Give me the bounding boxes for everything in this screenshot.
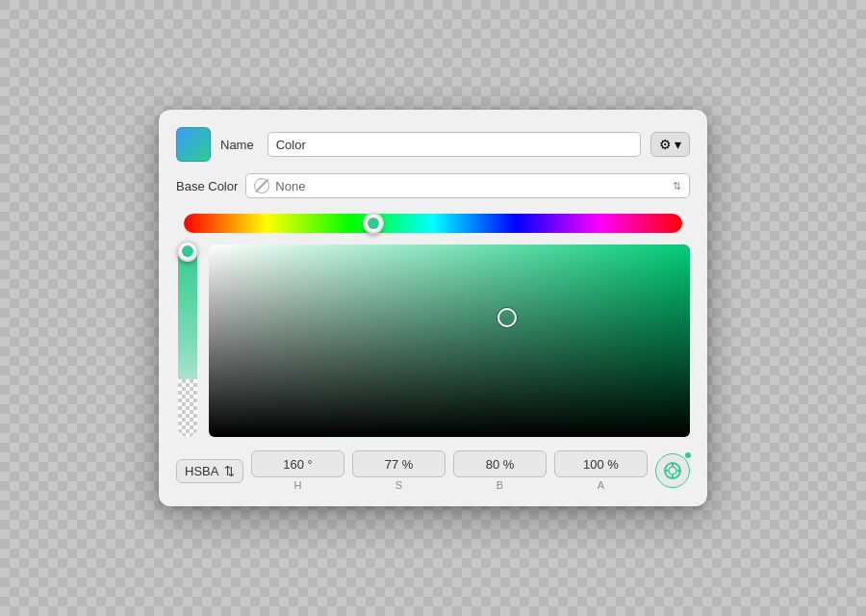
name-input[interactable] xyxy=(267,132,641,157)
color-picker-panel: Name ⚙ ▾ Base Color None ⇅ xyxy=(159,110,707,506)
color-mode-label: HSBA xyxy=(185,464,218,478)
brightness-sublabel: B xyxy=(497,479,503,491)
name-label: Name xyxy=(220,138,254,152)
hue-sublabel: H xyxy=(294,479,302,491)
alpha-sublabel: A xyxy=(598,479,604,491)
eyedropper-button[interactable] xyxy=(655,453,690,488)
hue-slider-track[interactable] xyxy=(184,214,682,233)
stepper-arrows-icon: ⇅ xyxy=(673,181,681,192)
color-mode-select[interactable]: HSBA ⇅ xyxy=(176,459,243,483)
header-row: Name ⚙ ▾ xyxy=(176,127,690,162)
saturation-field: S xyxy=(352,450,446,491)
eyedropper-icon xyxy=(663,461,682,480)
brightness-field: B xyxy=(453,450,547,491)
vertical-slider-container xyxy=(176,244,199,437)
hue-input[interactable] xyxy=(251,450,344,477)
gear-icon: ⚙ xyxy=(659,137,672,152)
alpha-input[interactable] xyxy=(554,450,648,477)
eyedropper-dot xyxy=(685,452,691,458)
saturation-input[interactable] xyxy=(352,450,446,477)
gradient-dark xyxy=(209,244,690,437)
alpha-field: A xyxy=(554,450,648,491)
hue-field: H xyxy=(251,450,344,491)
base-color-row: Base Color None ⇅ xyxy=(176,173,690,198)
svg-point-1 xyxy=(669,467,676,475)
brightness-thumb[interactable] xyxy=(177,241,198,262)
saturation-sublabel: S xyxy=(395,479,402,491)
color-gradient-square[interactable] xyxy=(209,244,690,437)
bottom-controls: HSBA ⇅ H S B A xyxy=(176,450,690,491)
base-color-value: None xyxy=(275,179,667,193)
picker-row xyxy=(176,244,690,437)
base-color-select[interactable]: None ⇅ xyxy=(245,173,690,198)
brightness-track[interactable] xyxy=(178,244,197,437)
mode-stepper-icon: ⇅ xyxy=(224,464,235,478)
brightness-thumb-inner xyxy=(182,245,193,257)
base-color-label: Base Color xyxy=(176,179,238,193)
hue-thumb-inner xyxy=(368,218,379,229)
color-swatch xyxy=(176,127,211,162)
gradient-thumb[interactable] xyxy=(497,308,517,327)
hue-thumb[interactable] xyxy=(363,213,384,234)
none-icon xyxy=(254,178,269,193)
dropdown-arrow-icon: ▾ xyxy=(675,137,681,152)
settings-button[interactable]: ⚙ ▾ xyxy=(650,132,690,157)
hue-slider-container xyxy=(176,214,690,233)
brightness-input[interactable] xyxy=(453,450,547,477)
alpha-checkerboard xyxy=(178,379,197,437)
